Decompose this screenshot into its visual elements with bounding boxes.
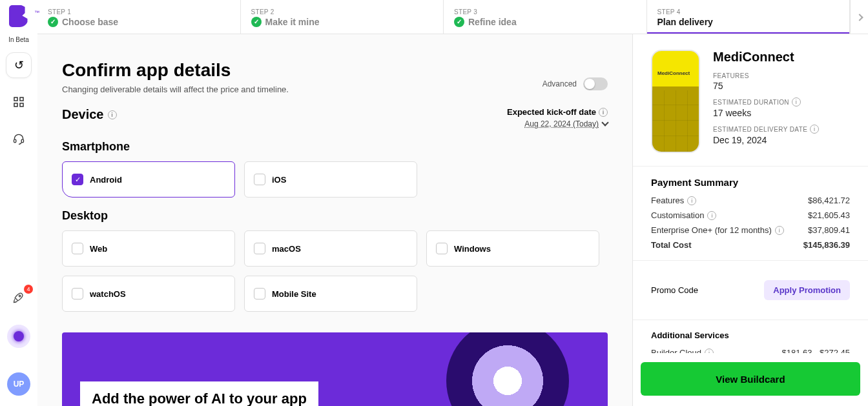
dashboard-button[interactable] xyxy=(6,90,32,116)
assistant-orb[interactable] xyxy=(6,323,32,349)
duration-label: ESTIMATED DURATION xyxy=(713,99,789,106)
cloud-value: $181.63 - $272.45 xyxy=(781,348,850,353)
check-icon: ✓ xyxy=(454,17,464,27)
option-label: watchOS xyxy=(90,289,126,299)
row-value: $86,421.72 xyxy=(808,196,850,205)
step-1[interactable]: STEP 1 ✓ Choose base xyxy=(37,0,241,34)
info-icon[interactable]: i xyxy=(775,226,784,235)
device-option-mobile-site[interactable]: Mobile Site xyxy=(244,276,417,312)
svg-rect-0 xyxy=(14,97,17,101)
chevron-down-icon xyxy=(601,119,608,126)
option-label: iOS xyxy=(272,175,286,185)
kickoff-label: Expected kick-off date xyxy=(507,107,596,117)
chevron-right-icon xyxy=(856,14,863,21)
step-4[interactable]: STEP 4 Plan delivery xyxy=(647,0,851,34)
row-label: Customisation xyxy=(651,210,704,220)
row-value: $21,605.43 xyxy=(808,210,850,220)
advanced-label: Advanced xyxy=(542,79,577,88)
rocket-icon xyxy=(12,291,25,307)
step-title: Refine idea xyxy=(468,17,517,27)
step-bar: STEP 1 ✓ Choose base STEP 2 ✓ Make it mi… xyxy=(37,0,868,34)
view-buildcard-button[interactable]: View Buildcard xyxy=(641,362,860,396)
logo-b-icon xyxy=(9,5,28,27)
svg-rect-2 xyxy=(14,103,17,107)
delivery-value: Dec 19, 2024 xyxy=(713,135,819,145)
info-icon[interactable]: i xyxy=(792,97,801,107)
svg-rect-5 xyxy=(21,139,23,142)
sidebar: ™ In Beta ↺ 4 xyxy=(0,0,37,406)
total-value: $145,836.39 xyxy=(803,240,850,250)
option-label: Mobile Site xyxy=(272,289,316,299)
advanced-toggle[interactable] xyxy=(583,77,608,90)
kickoff-date-picker[interactable]: Aug 22, 2024 (Today) xyxy=(507,119,608,128)
kickoff-date: Aug 22, 2024 (Today) xyxy=(524,119,599,128)
info-icon[interactable]: i xyxy=(707,211,716,220)
checkbox-icon: ✓ xyxy=(72,174,83,185)
apply-promotion-button[interactable]: Apply Promotion xyxy=(764,280,850,300)
steps-next-button[interactable] xyxy=(850,0,868,34)
svg-rect-3 xyxy=(20,103,23,107)
device-option-web[interactable]: Web xyxy=(62,230,235,267)
device-option-macos[interactable]: macOS xyxy=(244,230,417,267)
content-pane: Confirm app details Changing deliverable… xyxy=(37,34,632,406)
row-value: $37,809.41 xyxy=(808,225,850,235)
orb-icon xyxy=(7,325,30,348)
info-icon[interactable]: i xyxy=(599,108,608,117)
option-label: macOS xyxy=(272,244,301,254)
option-label: Windows xyxy=(454,244,491,254)
checkbox-icon xyxy=(72,243,83,254)
delivery-label: ESTIMATED DELIVERY DATE xyxy=(713,126,807,133)
step-2[interactable]: STEP 2 ✓ Make it mine xyxy=(241,0,444,34)
checkbox-icon xyxy=(436,243,448,254)
additional-services-title: Additional Services xyxy=(651,330,850,340)
app-name: MediConnect xyxy=(713,50,819,65)
features-value: 75 xyxy=(713,81,819,91)
desktop-title: Desktop xyxy=(62,209,608,223)
avatar[interactable]: UP xyxy=(7,372,30,396)
eye-icon xyxy=(446,332,569,406)
support-button[interactable] xyxy=(6,127,32,153)
info-icon[interactable]: i xyxy=(810,125,819,134)
rocket-button[interactable]: 4 xyxy=(6,286,32,312)
undo-icon: ↺ xyxy=(14,58,24,72)
ai-banner[interactable]: Add the power of AI to your app xyxy=(62,332,608,406)
option-label: Web xyxy=(90,244,107,254)
summary-panel: MediConnect MediConnect FEATURES 75 ESTI… xyxy=(632,34,868,406)
svg-rect-4 xyxy=(14,139,16,142)
info-icon[interactable]: i xyxy=(705,349,714,354)
device-option-android[interactable]: ✓ Android xyxy=(62,161,235,198)
checkbox-icon xyxy=(254,288,265,299)
device-option-ios[interactable]: iOS xyxy=(244,161,417,198)
check-icon: ✓ xyxy=(48,17,58,27)
ai-banner-title: Add the power of AI to your app xyxy=(80,381,318,406)
step-tag: STEP 4 xyxy=(657,8,840,15)
rocket-badge: 4 xyxy=(24,285,33,294)
app-preview: MediConnect xyxy=(651,50,700,153)
step-tag: STEP 3 xyxy=(454,8,636,15)
step-title: Make it mine xyxy=(265,17,320,27)
payment-summary-title: Payment Summary xyxy=(651,177,850,188)
device-title: Device xyxy=(62,107,104,122)
grid-icon xyxy=(14,97,24,109)
row-label: Features xyxy=(651,196,684,205)
step-tag: STEP 1 xyxy=(48,8,230,15)
smartphone-title: Smartphone xyxy=(62,140,608,154)
promo-label: Promo Code xyxy=(651,285,698,295)
device-option-windows[interactable]: Windows xyxy=(426,230,599,267)
checkbox-icon xyxy=(254,174,265,185)
brand-logo[interactable]: ™ In Beta xyxy=(8,5,29,43)
device-option-watchos[interactable]: watchOS xyxy=(62,276,235,312)
features-label: FEATURES xyxy=(713,72,819,79)
step-3[interactable]: STEP 3 ✓ Refine idea xyxy=(444,0,647,34)
info-icon[interactable]: i xyxy=(108,110,117,119)
checkbox-icon xyxy=(72,288,83,299)
duration-value: 17 weeks xyxy=(713,108,819,118)
option-label: Android xyxy=(90,175,122,185)
undo-button[interactable]: ↺ xyxy=(6,52,32,78)
svg-rect-1 xyxy=(20,97,23,101)
svg-point-6 xyxy=(19,295,21,297)
info-icon[interactable]: i xyxy=(687,196,696,205)
row-label: Enterprise One+ (for 12 months) xyxy=(651,225,772,235)
total-label: Total Cost xyxy=(651,240,692,250)
check-icon: ✓ xyxy=(251,17,262,27)
